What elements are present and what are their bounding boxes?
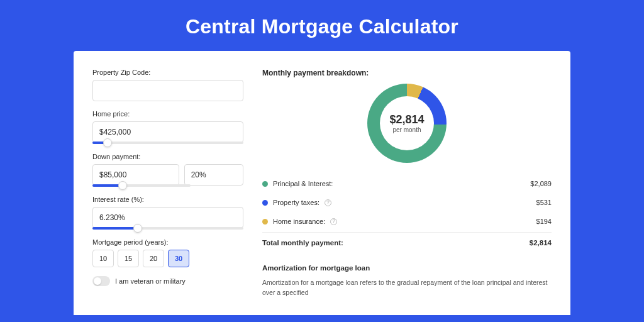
legend-value: $2,089 xyxy=(530,180,552,187)
legend-row-principal: Principal & Interest: $2,089 xyxy=(262,174,552,193)
legend-row-insurance: Home insurance: ? $194 xyxy=(262,212,552,231)
period-field: Mortgage period (years): 10 15 20 30 xyxy=(92,238,243,267)
down-payment-field: Down payment: xyxy=(92,153,243,187)
legend-value: $194 xyxy=(536,218,552,225)
page-title: Central Mortgage Calculator xyxy=(0,0,644,51)
slider-thumb[interactable] xyxy=(103,138,112,147)
amortization-text: Amortization for a mortgage loan refers … xyxy=(262,278,552,298)
veteran-label: I am veteran or military xyxy=(115,277,186,285)
toggle-knob xyxy=(94,277,101,285)
dot-icon xyxy=(262,181,268,187)
total-value: $2,814 xyxy=(530,239,552,247)
dot-icon xyxy=(262,219,268,225)
total-row: Total monthly payment: $2,814 xyxy=(262,232,552,254)
home-price-input[interactable] xyxy=(92,121,243,143)
zip-field: Property Zip Code: xyxy=(92,69,243,101)
donut-chart-wrap: $2,814 per month xyxy=(262,84,552,163)
period-label: Mortgage period (years): xyxy=(92,238,243,246)
info-icon[interactable]: ? xyxy=(325,199,331,206)
period-options: 10 15 20 30 xyxy=(92,250,243,267)
breakdown-panel: Monthly payment breakdown: $2,814 per mo… xyxy=(262,69,552,310)
period-option-30[interactable]: 30 xyxy=(168,250,189,267)
slider-thumb[interactable] xyxy=(133,224,142,233)
home-price-slider[interactable] xyxy=(92,142,243,144)
input-panel: Property Zip Code: Home price: Down paym… xyxy=(92,69,243,310)
donut-amount: $2,814 xyxy=(389,113,424,126)
home-price-label: Home price: xyxy=(92,110,243,118)
period-option-20[interactable]: 20 xyxy=(143,250,164,267)
donut-sub: per month xyxy=(392,126,421,133)
legend-label: Home insurance: xyxy=(273,218,325,225)
calculator-card: Property Zip Code: Home price: Down paym… xyxy=(74,51,570,315)
legend-label: Property taxes: xyxy=(273,199,319,206)
zip-input[interactable] xyxy=(92,80,243,101)
info-icon[interactable]: ? xyxy=(330,218,337,225)
down-payment-pct-input[interactable] xyxy=(184,164,243,186)
veteran-toggle[interactable] xyxy=(92,276,110,286)
period-option-10[interactable]: 10 xyxy=(92,250,114,267)
total-label: Total monthly payment: xyxy=(262,239,343,247)
period-option-15[interactable]: 15 xyxy=(118,250,139,267)
legend-row-taxes: Property taxes: ? $531 xyxy=(262,193,552,212)
interest-label: Interest rate (%): xyxy=(92,196,243,203)
interest-slider[interactable] xyxy=(92,227,243,230)
donut-center: $2,814 per month xyxy=(367,84,447,163)
slider-thumb[interactable] xyxy=(118,181,127,190)
zip-label: Property Zip Code: xyxy=(92,69,243,76)
down-payment-slider[interactable] xyxy=(92,184,191,187)
legend-label: Principal & Interest: xyxy=(273,180,333,187)
donut-chart: $2,814 per month xyxy=(367,84,447,163)
dot-icon xyxy=(262,200,268,206)
interest-field: Interest rate (%): xyxy=(92,196,243,230)
breakdown-title: Monthly payment breakdown: xyxy=(262,69,552,77)
down-payment-input[interactable] xyxy=(92,164,179,186)
amortization-title: Amortization for mortgage loan xyxy=(262,264,552,272)
down-payment-label: Down payment: xyxy=(92,153,243,160)
home-price-field: Home price: xyxy=(92,110,243,144)
veteran-toggle-row: I am veteran or military xyxy=(92,276,243,286)
legend-value: $531 xyxy=(536,199,552,206)
interest-input[interactable] xyxy=(92,207,243,228)
